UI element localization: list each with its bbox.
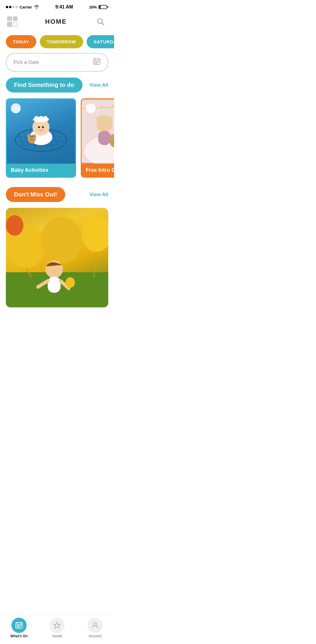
- svg-point-28: [44, 116, 48, 120]
- battery-percent: 20%: [89, 5, 97, 9]
- svg-rect-8: [98, 61, 99, 62]
- signal-dot-4: [16, 6, 18, 8]
- card-free-intro[interactable]: ♥ Free Intro Classes: [81, 98, 114, 178]
- big-event-card[interactable]: [6, 208, 108, 307]
- logo-sq-tr: [13, 16, 18, 21]
- carrier-label: Carrier: [20, 5, 32, 9]
- logo-sq-bl: [7, 22, 12, 27]
- battery-fill: [99, 6, 101, 8]
- battery-tip: [107, 6, 108, 8]
- find-view-all-button[interactable]: View All: [90, 82, 108, 88]
- signal-dot-1: [6, 6, 8, 8]
- svg-point-34: [30, 137, 34, 141]
- battery-body: [99, 5, 107, 9]
- svg-point-27: [35, 116, 39, 120]
- svg-point-40: [100, 106, 103, 108]
- svg-rect-47: [98, 131, 111, 145]
- dont-miss-section: Don't Miss Out! View All: [0, 187, 114, 307]
- search-button[interactable]: [94, 15, 107, 28]
- heart-icon-baby: ♥: [14, 106, 17, 111]
- time-display: 9:41 AM: [55, 4, 73, 10]
- date-picker[interactable]: Pick a Date: [6, 53, 108, 72]
- svg-rect-6: [95, 61, 96, 62]
- balloon-event-svg: [6, 208, 108, 307]
- svg-point-67: [41, 217, 82, 263]
- status-right: 20%: [89, 5, 108, 9]
- svg-rect-10: [96, 63, 97, 64]
- status-bar: Carrier 9:41 AM 20%: [0, 0, 114, 13]
- heart-icon-intro: ♥: [89, 106, 92, 111]
- date-picker-wrap: Pick a Date: [0, 53, 114, 78]
- svg-point-35: [30, 136, 32, 137]
- svg-point-71: [6, 215, 23, 236]
- dont-miss-label: Don't Miss Out!: [6, 187, 65, 202]
- day-btn-tomorrow[interactable]: TOMORROW: [40, 35, 83, 48]
- svg-line-18: [52, 131, 58, 146]
- logo-sq-br: [13, 22, 18, 27]
- svg-point-26: [38, 116, 44, 121]
- svg-rect-9: [95, 63, 96, 64]
- card-baby-activities-image: ♥: [7, 99, 75, 164]
- card-baby-activities[interactable]: ♥ Baby Activities: [6, 98, 76, 178]
- find-section-header: Find Something to do View All: [0, 78, 114, 98]
- activity-cards-scroll: ♥ Baby Activities: [0, 98, 114, 185]
- svg-line-19: [58, 134, 64, 144]
- day-btn-today[interactable]: TODAY: [6, 35, 36, 48]
- wifi-icon: [34, 5, 39, 9]
- svg-point-46: [97, 115, 113, 124]
- card-free-intro-image: ♥: [82, 99, 114, 164]
- search-icon: [97, 18, 104, 25]
- heart-btn-intro[interactable]: ♥: [86, 103, 96, 113]
- dont-miss-header: Don't Miss Out! View All: [0, 187, 114, 208]
- svg-rect-7: [96, 61, 97, 62]
- find-section-label: Find Something to do: [6, 78, 83, 93]
- svg-point-41: [112, 105, 114, 107]
- status-left: Carrier: [6, 5, 39, 9]
- svg-line-12: [18, 134, 24, 146]
- logo-sq-tl: [7, 16, 12, 21]
- signal-dot-3: [12, 6, 15, 8]
- header: HOME: [0, 13, 114, 33]
- svg-point-30: [42, 126, 44, 128]
- svg-line-1: [102, 23, 104, 25]
- page-title: HOME: [45, 18, 67, 25]
- signal-dot-2: [9, 6, 11, 8]
- svg-point-76: [66, 277, 75, 288]
- svg-point-36: [32, 136, 34, 137]
- date-picker-placeholder: Pick a Date: [13, 59, 39, 65]
- svg-rect-73: [48, 277, 61, 293]
- day-filter-row: TODAY TOMORROW SATURDAY SUNDAY: [0, 33, 114, 53]
- svg-point-69: [82, 217, 108, 252]
- calendar-icon: [93, 58, 101, 67]
- svg-point-29: [38, 126, 40, 128]
- card-baby-activities-label: Baby Activities: [7, 164, 75, 177]
- card-free-intro-label: Free Intro Classes: [82, 164, 114, 177]
- heart-btn-baby[interactable]: ♥: [11, 103, 21, 113]
- day-btn-saturday[interactable]: SATURDAY: [87, 35, 114, 48]
- dont-miss-view-all-button[interactable]: View All: [90, 192, 108, 198]
- signal-dots: [6, 6, 18, 8]
- app-logo: [7, 16, 18, 27]
- battery-indicator: [99, 5, 108, 9]
